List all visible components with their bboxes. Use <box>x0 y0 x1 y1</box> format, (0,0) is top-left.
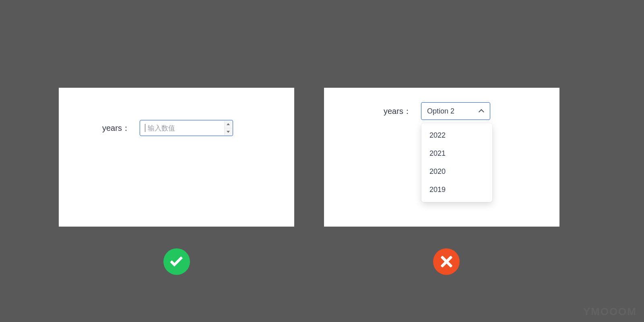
years-number-input[interactable]: 输入数值 <box>140 120 233 136</box>
chevron-down-icon <box>227 131 230 133</box>
dropdown-option[interactable]: 2021 <box>421 144 492 163</box>
example-incorrect-panel: years： Option 2 2022 2021 2020 2019 <box>324 88 559 227</box>
years-dropdown: 2022 2021 2020 2019 <box>421 123 492 202</box>
years-select[interactable]: Option 2 <box>421 102 490 120</box>
watermark: YMOOOM <box>583 305 637 318</box>
years-label: years： <box>102 123 130 134</box>
chevron-up-icon <box>479 109 484 115</box>
years-placeholder: 输入数值 <box>148 124 175 133</box>
text-caret <box>145 124 145 132</box>
stepper-up-button[interactable] <box>225 121 232 128</box>
years-label: years： <box>384 106 411 117</box>
cross-icon <box>440 255 453 268</box>
stepper-down-button[interactable] <box>225 128 232 136</box>
years-row: years： Option 2 <box>384 102 490 120</box>
chevron-up-icon <box>227 123 230 125</box>
example-correct-panel: years： 输入数值 <box>59 88 294 227</box>
dropdown-option[interactable]: 2022 <box>421 126 492 144</box>
select-value: Option 2 <box>427 107 454 116</box>
incorrect-badge <box>433 248 460 275</box>
dropdown-option[interactable]: 2019 <box>421 181 492 199</box>
check-icon <box>170 254 183 267</box>
number-stepper <box>224 121 232 135</box>
years-row: years： 输入数值 <box>102 120 233 136</box>
correct-badge <box>163 248 190 275</box>
dropdown-option[interactable]: 2020 <box>421 163 492 181</box>
